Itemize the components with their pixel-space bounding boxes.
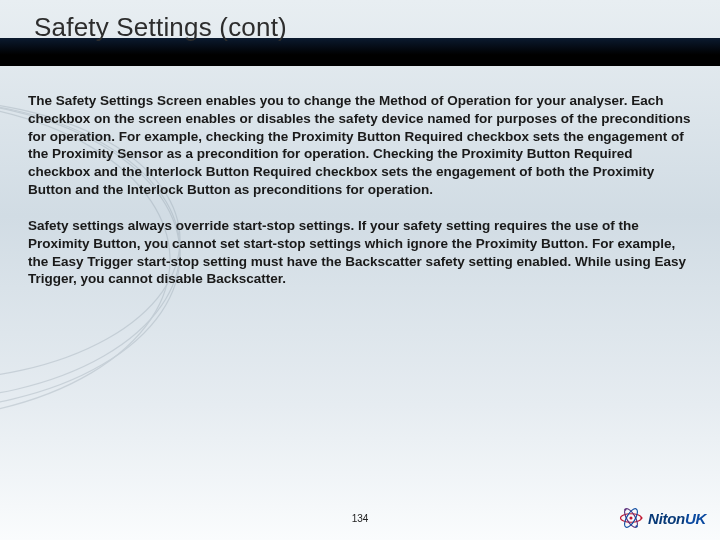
- brand-logo-text: NitonUK: [648, 510, 706, 527]
- brand-suffix: UK: [685, 510, 706, 527]
- atom-icon: [617, 504, 645, 532]
- brand-logo: NitonUK: [617, 504, 706, 532]
- paragraph-2: Safety settings always override start-st…: [28, 217, 692, 288]
- slide: Safety Settings (cont) The Safety Settin…: [0, 0, 720, 540]
- svg-point-8: [640, 517, 642, 519]
- page-title: Safety Settings (cont): [34, 12, 287, 43]
- svg-point-7: [630, 516, 633, 519]
- svg-point-10: [636, 525, 638, 527]
- brand-name: Niton: [648, 510, 685, 527]
- page-number: 134: [0, 513, 720, 524]
- title-area: Safety Settings (cont): [0, 12, 720, 70]
- body-text: The Safety Settings Screen enables you t…: [28, 92, 692, 306]
- paragraph-1: The Safety Settings Screen enables you t…: [28, 92, 692, 199]
- svg-point-9: [624, 508, 626, 510]
